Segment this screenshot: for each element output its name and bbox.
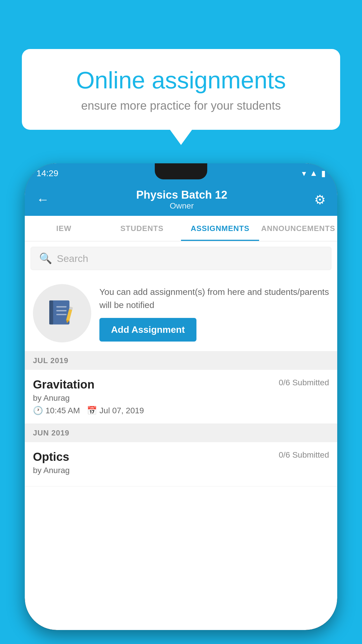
assignment-row-top: Gravitation 0/6 Submitted [33,378,329,391]
speech-bubble-title: Online assignments [45,66,317,94]
status-time: 14:29 [36,168,58,178]
svg-rect-2 [56,306,66,307]
search-container: 🔍 Search [25,242,337,275]
assignment-item-optics[interactable]: Optics 0/6 Submitted by Anurag [25,442,337,487]
phone-frame: 14:29 ▾ ▲ ▮ ← Physics Batch 12 Owner ⚙ I… [25,163,337,630]
section-header-jun-2019: JUN 2019 [25,424,337,442]
assignment-item-gravitation[interactable]: Gravitation 0/6 Submitted by Anurag 🕐 10… [25,370,337,424]
settings-icon[interactable]: ⚙ [314,192,326,207]
search-input[interactable]: Search [57,253,88,264]
status-icons: ▾ ▲ ▮ [302,169,326,178]
assignment-date: 📅 Jul 07, 2019 [87,406,144,415]
assignment-submitted-count: 0/6 Submitted [279,378,329,387]
speech-bubble-container: Online assignments ensure more practice … [22,49,340,130]
tab-bar: IEW STUDENTS ASSIGNMENTS ANNOUNCEMENTS [25,216,337,242]
section-header-label-jun: JUN 2019 [33,428,69,437]
section-header-jul-2019: JUL 2019 [25,351,337,370]
app-bar-title: Physics Batch 12 [136,189,227,201]
add-assignment-promo: You can add assignment(s) from here and … [25,275,337,351]
tab-announcements[interactable]: ANNOUNCEMENTS [259,216,337,241]
promo-icon-circle [33,284,91,342]
search-icon: 🔍 [39,252,52,265]
back-button[interactable]: ← [36,192,49,207]
notebook-icon [46,297,78,329]
app-bar-subtitle: Owner [136,201,227,211]
svg-rect-3 [56,310,66,311]
tab-assignments[interactable]: ASSIGNMENTS [181,216,259,241]
assignment-name: Gravitation [33,378,94,391]
speech-bubble: Online assignments ensure more practice … [22,49,340,130]
calendar-icon: 📅 [87,406,97,415]
speech-bubble-subtitle: ensure more practice for your students [45,99,317,112]
clock-icon: 🕐 [33,406,43,415]
svg-rect-1 [49,300,53,325]
app-bar: ← Physics Batch 12 Owner ⚙ [25,183,337,216]
promo-content: You can add assignment(s) from here and … [99,285,329,342]
assignment-time: 🕐 10:45 AM [33,406,80,415]
status-bar: 14:29 ▾ ▲ ▮ [25,163,337,183]
assignment-meta: 🕐 10:45 AM 📅 Jul 07, 2019 [33,406,329,415]
tab-iew[interactable]: IEW [25,216,103,241]
assignment-row-top-optics: Optics 0/6 Submitted [33,450,329,463]
tab-students[interactable]: STUDENTS [103,216,181,241]
signal-icon: ▲ [310,169,318,178]
wifi-icon: ▾ [302,169,306,178]
app-bar-title-section: Physics Batch 12 Owner [136,189,227,211]
assignment-submitted-optics: 0/6 Submitted [279,450,329,460]
battery-icon: ▮ [321,169,326,178]
svg-rect-4 [56,314,66,315]
section-header-label: JUL 2019 [33,356,68,365]
add-assignment-button[interactable]: Add Assignment [99,318,196,342]
assignment-author-optics: by Anurag [33,466,329,475]
search-bar[interactable]: 🔍 Search [31,247,331,270]
assignment-name-optics: Optics [33,450,69,463]
phone-screen: 14:29 ▾ ▲ ▮ ← Physics Batch 12 Owner ⚙ I… [25,163,337,630]
assignment-author: by Anurag [33,393,329,403]
promo-description: You can add assignment(s) from here and … [99,285,329,312]
phone-notch [155,163,207,179]
